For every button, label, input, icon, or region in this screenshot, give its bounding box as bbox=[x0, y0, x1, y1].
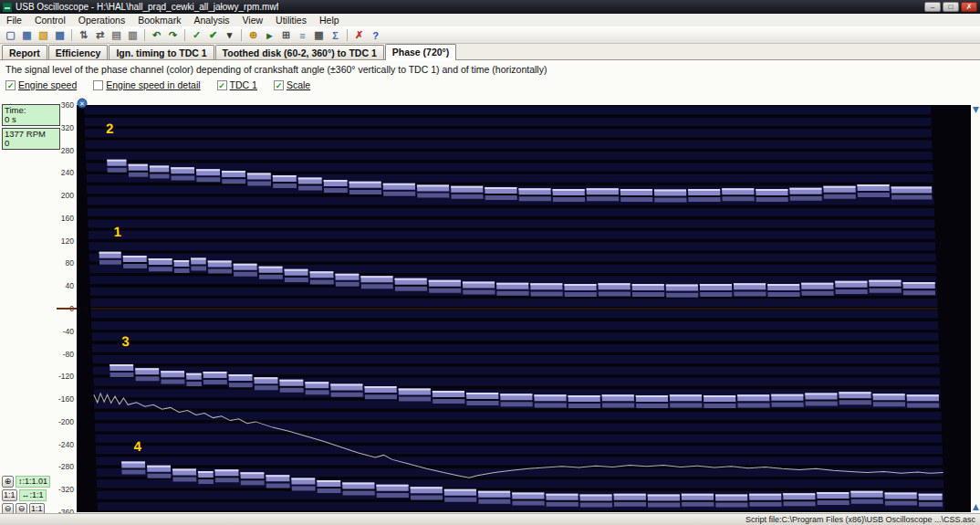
window-title: USB Oscilloscope - H:\HAL\hall_prąd_cewk… bbox=[16, 2, 278, 12]
rpm-label: 1377 RPM bbox=[5, 130, 57, 139]
tdc-gutter-mark bbox=[57, 308, 77, 310]
tab-strip: ReportEfficiencyIgn. timing to TDC 1Toot… bbox=[0, 44, 980, 60]
tab-report[interactable]: Report bbox=[2, 45, 47, 59]
rpm-readout: 1377 RPM 0 bbox=[2, 128, 60, 150]
zoom-controls: ⊕ ↕:1:1.01 1:1 ↔:1:1 ⊖ ⊖ 1:1 bbox=[2, 474, 50, 515]
open-file-icon[interactable]: ▧ bbox=[36, 28, 51, 42]
cylinder-label-2: 2 bbox=[106, 121, 114, 136]
copy-icon[interactable]: ▤ bbox=[109, 28, 124, 42]
scroll-up-arrow[interactable] bbox=[973, 107, 979, 113]
save-all-icon[interactable]: ▩ bbox=[52, 28, 68, 42]
menu-bar: FileControlOperationsBookmarkAnalysisVie… bbox=[0, 14, 980, 26]
rpm-value: 0 bbox=[5, 139, 57, 148]
tab-ign-timing-to-tdc-1[interactable]: Ign. timing to TDC 1 bbox=[109, 45, 214, 59]
dropdown-caret-icon[interactable]: ▾ bbox=[222, 28, 237, 42]
menu-help[interactable]: Help bbox=[313, 15, 346, 26]
y-axis-label: -280 bbox=[58, 462, 74, 471]
import-icon[interactable]: ⇅ bbox=[76, 28, 91, 42]
y-axis-label: -320 bbox=[58, 485, 74, 494]
panels-icon[interactable]: ▥ bbox=[125, 28, 141, 42]
title-bar: USB Oscilloscope - H:\HAL\hall_prąd_cewk… bbox=[0, 0, 980, 14]
toggle-engine-speed-in-detail[interactable]: Engine speed in detail bbox=[93, 79, 200, 90]
toggle-scale[interactable]: ✓Scale bbox=[274, 79, 310, 90]
y-axis-label: -80 bbox=[63, 350, 75, 359]
time-readout: Time: 0 s bbox=[2, 104, 60, 126]
grid-icon[interactable]: ▦ bbox=[311, 28, 327, 42]
y-axis-label: -40 bbox=[63, 327, 75, 336]
menu-bookmark[interactable]: Bookmark bbox=[131, 15, 187, 26]
menu-operations[interactable]: Operations bbox=[72, 15, 131, 26]
toolbar-separator bbox=[71, 29, 72, 41]
help-icon[interactable]: ? bbox=[368, 28, 383, 42]
checkbox-checked-icon: ✓ bbox=[5, 80, 16, 90]
status-text: Script file:C:\Program Files (x86)\USB O… bbox=[745, 515, 975, 524]
calculator-icon[interactable]: Σ bbox=[328, 28, 343, 42]
horizontal-zoom-ratio: ↔:1:1 bbox=[19, 489, 47, 501]
y-axis-label: -200 bbox=[58, 417, 74, 426]
toggle-label: Engine speed bbox=[18, 79, 77, 90]
time-value: 0 s bbox=[5, 115, 57, 124]
play-icon[interactable]: ► bbox=[262, 28, 277, 42]
y-axis-label: 320 bbox=[61, 123, 74, 132]
y-axis-label: 120 bbox=[61, 236, 74, 246]
checkbox-checked-icon: ✓ bbox=[274, 80, 284, 90]
tab-efficiency[interactable]: Efficiency bbox=[48, 45, 109, 59]
y-axis-label: 240 bbox=[61, 168, 74, 177]
cylinder-label-4: 4 bbox=[133, 438, 142, 454]
close-script-icon[interactable]: ✗ bbox=[351, 28, 367, 42]
status-bar: Script file:C:\Program Files (x86)\USB O… bbox=[0, 513, 980, 525]
measure-icon[interactable]: ⊞ bbox=[278, 28, 294, 42]
marker-add-icon[interactable]: ⊕ bbox=[245, 28, 261, 42]
y-axis-label: 40 bbox=[66, 281, 75, 290]
toolbar: ▢▦▧▩⇅⇄▤▥↶↷✓✔▾⊕►⊞≡▦Σ✗? bbox=[0, 26, 980, 44]
y-axis-label: -160 bbox=[58, 394, 74, 404]
tdc-line bbox=[91, 308, 938, 310]
new-file-icon[interactable]: ▢ bbox=[3, 28, 18, 42]
zoom-1to1-button[interactable]: 1:1 bbox=[2, 489, 17, 501]
cylinder-label-1: 1 bbox=[113, 224, 121, 239]
vertical-zoom-ratio: ↕:1:1.01 bbox=[16, 476, 50, 488]
toolbar-separator bbox=[241, 29, 242, 41]
y-axis-label: 360 bbox=[61, 100, 74, 110]
y-axis-label: -240 bbox=[58, 440, 74, 449]
toggle-label: Scale bbox=[287, 79, 310, 90]
scroll-down-arrow[interactable] bbox=[973, 504, 979, 510]
chart-description: The signal level of the phase channel (c… bbox=[0, 60, 980, 77]
zoom-in-button[interactable]: ⊕ bbox=[2, 476, 14, 488]
verify-check-icon[interactable]: ✔ bbox=[205, 28, 221, 42]
close-button[interactable]: ✗ bbox=[961, 2, 977, 12]
checkbox-checked-icon: ✓ bbox=[217, 80, 227, 90]
readout-panel: Time: 0 s 1377 RPM 0 bbox=[2, 104, 60, 152]
toolbar-separator bbox=[184, 29, 185, 41]
y-axis-label: 280 bbox=[61, 146, 74, 155]
y-axis-label: 160 bbox=[61, 214, 74, 223]
tab-toothed-disk-60-2-360-to-tdc-1[interactable]: Toothed disk (60-2, 360°) to TDC 1 bbox=[215, 45, 384, 59]
menu-control[interactable]: Control bbox=[28, 15, 72, 26]
app-icon bbox=[3, 3, 12, 12]
export-icon[interactable]: ⇄ bbox=[92, 28, 108, 42]
toggle-label: Engine speed in detail bbox=[106, 79, 200, 90]
minimize-button[interactable]: – bbox=[924, 2, 941, 12]
phase-chart[interactable]: 36032028024020016012080400-40-80-120-160… bbox=[53, 96, 980, 516]
menu-analysis[interactable]: Analysis bbox=[187, 15, 235, 26]
menu-view[interactable]: View bbox=[236, 15, 270, 26]
apply-check-icon[interactable]: ✓ bbox=[189, 28, 204, 42]
undo-icon[interactable]: ↶ bbox=[149, 28, 164, 42]
toggle-tdc-1[interactable]: ✓TDC 1 bbox=[217, 79, 257, 90]
data-layer: 2134 bbox=[84, 107, 944, 511]
toggle-engine-speed[interactable]: ✓Engine speed bbox=[5, 79, 77, 90]
svg-text:✕: ✕ bbox=[79, 100, 85, 107]
y-axis-label: 200 bbox=[61, 191, 74, 200]
toggle-label: TDC 1 bbox=[230, 79, 257, 90]
menu-file[interactable]: File bbox=[0, 15, 28, 26]
save-icon[interactable]: ▦ bbox=[19, 28, 35, 42]
menu-utilities[interactable]: Utilities bbox=[269, 15, 313, 26]
toolbar-separator bbox=[144, 29, 145, 41]
maximize-button[interactable]: □ bbox=[943, 2, 959, 12]
y-axis-label: 80 bbox=[66, 258, 75, 268]
cylinder-label-3: 3 bbox=[121, 333, 130, 349]
y-axis-label: -120 bbox=[58, 372, 74, 381]
redo-icon[interactable]: ↷ bbox=[165, 28, 181, 42]
waveform-icon[interactable]: ≡ bbox=[295, 28, 310, 42]
tab-phase-720[interactable]: Phase (720°) bbox=[385, 44, 457, 60]
